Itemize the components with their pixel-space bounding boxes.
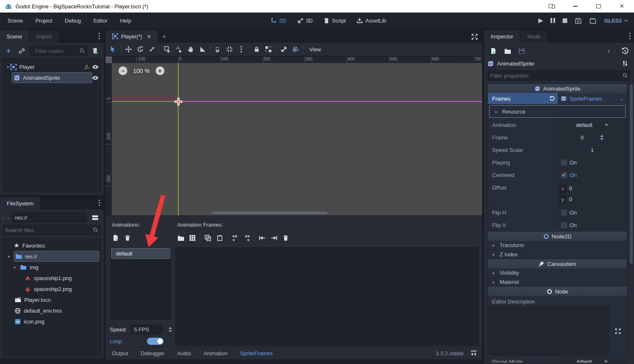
pause-mode-dropdown[interactable]: Inherit bbox=[558, 356, 627, 363]
object-history-icon[interactable] bbox=[619, 46, 631, 56]
revert-icon[interactable] bbox=[549, 96, 555, 101]
move-frame-left-button[interactable] bbox=[256, 233, 268, 243]
save-resource-button[interactable] bbox=[516, 46, 528, 56]
section-transform[interactable]: ▸ Transform bbox=[488, 241, 627, 250]
insert-frame-after-button[interactable] bbox=[241, 233, 253, 243]
collapse-arrow-icon[interactable]: ▾ bbox=[6, 254, 11, 259]
play-scene-button[interactable] bbox=[575, 18, 582, 24]
rotate-mode-button[interactable] bbox=[134, 44, 146, 55]
select-mode-button[interactable] bbox=[107, 44, 119, 55]
tab-import[interactable]: Import bbox=[30, 30, 58, 43]
stop-button[interactable] bbox=[563, 18, 567, 23]
flip-v-checkbox[interactable]: On bbox=[558, 219, 627, 231]
offset-x-field[interactable]: x 0 bbox=[559, 184, 626, 193]
animation-frames-list[interactable] bbox=[174, 246, 480, 346]
keyboard-layout-icon[interactable] bbox=[548, 3, 556, 10]
history-forward-icon[interactable]: › bbox=[7, 214, 9, 221]
move-mode-button[interactable] bbox=[123, 44, 134, 55]
pivot-edit-button[interactable] bbox=[173, 44, 185, 55]
workspace-assetlib-button[interactable]: AssetLib bbox=[356, 18, 386, 24]
attach-script-button[interactable] bbox=[89, 46, 101, 56]
dock-menu-icon[interactable] bbox=[99, 200, 100, 206]
animations-list[interactable]: default bbox=[109, 246, 172, 321]
split-mode-icon[interactable] bbox=[89, 212, 101, 223]
view-menu[interactable]: View bbox=[305, 45, 325, 54]
editor-description-textarea[interactable] bbox=[489, 307, 609, 355]
scale-mode-button[interactable] bbox=[146, 44, 158, 55]
ruler-mode-button[interactable] bbox=[197, 44, 208, 55]
tree-row-player[interactable]: ▾ Player ⚠ bbox=[3, 61, 101, 72]
speed-fps-field[interactable]: 5 FPS bbox=[130, 324, 163, 334]
paste-frame-button[interactable] bbox=[214, 233, 225, 243]
tab-debugger[interactable]: Debugger bbox=[141, 350, 164, 356]
filter-nodes-input[interactable] bbox=[32, 46, 79, 56]
dock-menu-icon[interactable] bbox=[629, 33, 631, 39]
menu-project[interactable]: Project bbox=[31, 16, 56, 25]
snap-options-menu-icon[interactable] bbox=[235, 44, 247, 55]
tab-spriteframes[interactable]: SpriteFrames bbox=[240, 350, 273, 356]
menu-debug[interactable]: Debug bbox=[61, 16, 85, 25]
instance-scene-icon[interactable] bbox=[16, 46, 28, 56]
close-tab-icon[interactable]: ✕ bbox=[147, 33, 152, 40]
tab-inspector[interactable]: Inspector bbox=[484, 30, 520, 43]
resource-section[interactable]: ▸ Resource bbox=[489, 105, 626, 118]
loop-toggle[interactable] bbox=[147, 338, 164, 345]
add-node-button[interactable]: + bbox=[3, 46, 14, 56]
menu-scene[interactable]: Scene bbox=[3, 16, 27, 25]
skeleton-options-button[interactable] bbox=[278, 44, 290, 55]
lock-object-button[interactable] bbox=[251, 44, 263, 55]
remove-animation-button[interactable] bbox=[121, 233, 133, 243]
speed-spinner[interactable] bbox=[169, 327, 172, 332]
menu-help[interactable]: Help bbox=[116, 16, 136, 25]
play-custom-scene-button[interactable] bbox=[589, 18, 596, 24]
zoom-level[interactable]: 100 % bbox=[133, 68, 150, 74]
visibility-eye-icon[interactable] bbox=[92, 64, 99, 70]
extra-tools-icon[interactable] bbox=[619, 58, 631, 69]
2d-viewport[interactable]: -100 0 100 200 300 400 500 600 700 0 100… bbox=[106, 56, 482, 215]
res-root-row[interactable]: ▾ res:// bbox=[3, 251, 101, 262]
animation-name-field[interactable]: default bbox=[111, 248, 170, 259]
group-object-button[interactable] bbox=[263, 44, 274, 55]
insert-frame-before-button[interactable] bbox=[229, 233, 241, 243]
centered-checkbox[interactable]: ✓ On bbox=[558, 169, 627, 181]
filter-properties-input[interactable] bbox=[490, 71, 622, 81]
delete-frame-button[interactable] bbox=[280, 233, 291, 243]
frames-value-dropdown[interactable]: SpriteFrames ⌄ bbox=[558, 93, 627, 104]
inspector-scrollbar[interactable] bbox=[630, 84, 633, 264]
file-row[interactable]: Player.tscn bbox=[3, 294, 101, 305]
workspace-2d-button[interactable]: 2D bbox=[270, 18, 286, 24]
new-scene-tab-button[interactable]: + bbox=[162, 33, 166, 41]
flip-h-checkbox[interactable]: On bbox=[558, 207, 627, 219]
dock-menu-icon[interactable] bbox=[99, 33, 100, 39]
history-forward-icon[interactable]: › bbox=[614, 47, 616, 55]
zoom-in-button[interactable]: + bbox=[156, 66, 164, 75]
canvas[interactable]: − 100 % + bbox=[112, 63, 482, 215]
file-row[interactable]: default_env.tres bbox=[3, 305, 101, 316]
close-button[interactable]: × bbox=[618, 3, 626, 10]
tab-scene[interactable]: Scene bbox=[0, 30, 29, 43]
section-material[interactable]: ▸ Material bbox=[488, 278, 627, 287]
file-row[interactable]: spaceship1.png bbox=[3, 273, 101, 283]
favorites-row[interactable]: ★ Favorites: bbox=[3, 240, 101, 251]
visibility-eye-icon[interactable] bbox=[92, 75, 99, 81]
renderer-dropdown[interactable]: GLES2 bbox=[604, 18, 628, 24]
minimize-button[interactable] bbox=[571, 3, 579, 10]
speed-scale-field[interactable]: 1 bbox=[558, 144, 627, 156]
offset-y-field[interactable]: y 0 bbox=[559, 195, 626, 204]
playing-checkbox[interactable]: On bbox=[558, 157, 627, 169]
tab-filesystem[interactable]: FileSystem bbox=[0, 197, 40, 210]
warning-icon[interactable]: ⚠ bbox=[84, 63, 89, 70]
zoom-out-button[interactable]: − bbox=[119, 66, 127, 75]
tab-audio[interactable]: Audio bbox=[177, 350, 191, 356]
collapse-panel-icon[interactable] bbox=[470, 350, 477, 356]
tab-animation[interactable]: Animation bbox=[203, 350, 227, 356]
tree-row-animatedsprite[interactable]: AnimatedSprite bbox=[3, 72, 101, 83]
history-back-icon[interactable]: ‹ bbox=[3, 214, 5, 221]
img-folder-row[interactable]: ▾ img bbox=[3, 262, 101, 273]
section-visibility[interactable]: ▸ Visibility bbox=[488, 268, 627, 278]
workspace-script-button[interactable]: Script bbox=[323, 18, 346, 24]
expand-arrow-icon[interactable]: ▸ bbox=[494, 109, 499, 114]
pan-mode-button[interactable] bbox=[185, 44, 197, 55]
add-frames-from-spritesheet-button[interactable] bbox=[187, 233, 198, 243]
load-resource-button[interactable] bbox=[502, 46, 513, 56]
